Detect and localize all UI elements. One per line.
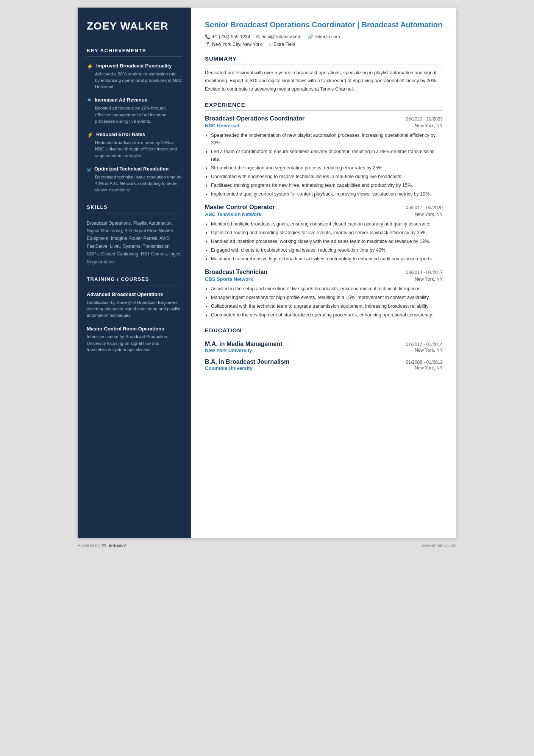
location-icon: 📍 <box>205 42 211 47</box>
achievements-list: ⚡ Improved Broadcast Punctuality Achieve… <box>87 63 182 194</box>
extra-item: ☆ Extra Field <box>268 42 295 47</box>
candidate-name: ZOEY WALKER <box>87 20 182 33</box>
bullet-item: Contributed to the development of standa… <box>211 311 443 319</box>
footer-left: Powered by ∞ Enhancv <box>78 542 126 549</box>
email-text: help@enhancv.com <box>261 34 301 39</box>
bullet-item: Optimized routing and recording strategi… <box>211 229 443 236</box>
bullet-item: Managed ingest operations for high-profi… <box>211 294 443 301</box>
email-icon: ✉ <box>256 34 260 39</box>
experience-title: EXPERIENCE <box>205 102 443 108</box>
training-list: Advanced Broadcast Operations Certificat… <box>87 291 182 353</box>
skills-text: Broadcast Operations, Playlist Automatio… <box>87 219 182 266</box>
training-desc: Intensive course by Broadcast Production… <box>87 333 182 353</box>
summary-title: SUMMARY <box>205 55 443 62</box>
training-item: Advanced Broadcast Operations Certificat… <box>87 291 182 319</box>
linkedin-item: 🔗 linkedin.com <box>308 34 340 39</box>
bullet-item: Implemented a quality control system for… <box>211 190 443 198</box>
achievement-item: ◎ Optimized Technical Resolution Decreas… <box>87 166 182 194</box>
achievements-section-title: KEY ACHIEVEMENTS <box>87 48 182 53</box>
bullet-item: Streamlined the ingestion and segmentati… <box>211 164 443 172</box>
experience-divider <box>205 110 443 111</box>
resume-container: ZOEY WALKER KEY ACHIEVEMENTS ⚡ Improved … <box>78 8 456 538</box>
exp-job-title: Master Control Operator <box>205 204 275 211</box>
achievement-desc: Achieved a 98% on-time transmission rate… <box>95 71 182 91</box>
phone-icon: 📞 <box>205 34 211 39</box>
training-title: Master Control Room Operations <box>87 326 182 332</box>
page-footer: Powered by ∞ Enhancv www.enhancv.com <box>78 538 456 553</box>
bullet-item: Collaborated with the technical team to … <box>211 302 443 310</box>
exp-dates: 08/2014 - 04/2017 <box>406 270 443 275</box>
summary-text: Dedicated professional with over 5 years… <box>205 69 443 93</box>
achievement-icon: ⚡ <box>87 132 93 138</box>
achievement-icon: ⚡ <box>87 63 93 69</box>
edu-location: New York, NY <box>415 365 443 371</box>
achievement-title: Reduced Error Rates <box>96 131 145 138</box>
exp-company: NBC Universal <box>205 123 239 128</box>
location-text: New York City, New York <box>212 42 262 47</box>
bullet-item: Maintained comprehensive logs of broadca… <box>211 255 443 263</box>
education-entry: B.A. in Broadcast Journalism 01/2008 - 0… <box>205 358 443 371</box>
edu-school: New York University <box>205 347 252 353</box>
achievement-item: ⚡ Reduced Error Rates Reduced broadcast … <box>87 131 182 159</box>
achievement-title: Optimized Technical Resolution <box>94 166 169 172</box>
job-entry: Broadcast Technician 08/2014 - 04/2017 C… <box>205 269 443 319</box>
exp-dates: 06/2020 - 10/2023 <box>406 116 443 122</box>
extra-text: Extra Field <box>273 42 295 47</box>
linkedin-icon: 🔗 <box>308 34 313 39</box>
exp-company: ABC Television Network <box>205 211 261 217</box>
bullet-item: Engaged with clients to troubleshoot sig… <box>211 246 443 254</box>
bullet-item: Facilitated training programs for new hi… <box>211 182 443 189</box>
edu-degree: B.A. in Broadcast Journalism <box>205 358 289 365</box>
contact-row-1: 📞 +1-(234)-555-1234 ✉ help@enhancv.com 🔗… <box>205 34 443 39</box>
main-content: Senior Broadcast Operations Coordinator … <box>191 8 456 538</box>
education-list: M.A. in Media Management 01/2012 - 01/20… <box>205 341 443 371</box>
training-desc: Certification by Society of Broadcast En… <box>87 299 182 319</box>
achievement-icon: ⚑ <box>87 97 92 103</box>
summary-divider <box>205 64 443 64</box>
exp-company: CBS Sports Network <box>205 276 253 282</box>
powered-by-label: Powered by <box>78 543 100 548</box>
skills-divider <box>87 213 182 213</box>
phone-text: +1-(234)-555-1234 <box>212 34 250 39</box>
achievement-title: Increased Ad Revenue <box>95 97 147 103</box>
exp-job-title: Broadcast Operations Coordinator <box>205 115 304 122</box>
bullet-item: Handled ad insertion processes, working … <box>211 238 443 245</box>
education-divider <box>205 336 443 336</box>
edu-degree: M.A. in Media Management <box>205 341 282 347</box>
jobs-list: Broadcast Operations Coordinator 06/2020… <box>205 115 443 319</box>
training-title: Advanced Broadcast Operations <box>87 291 182 298</box>
exp-location: New York, NY <box>415 277 443 282</box>
bullet-item: Coordinated with engineering to resolve … <box>211 173 443 180</box>
bullet-item: Monitored multiple broadcast signals, en… <box>211 220 443 228</box>
linkedin-text: linkedin.com <box>315 34 340 39</box>
achievement-item: ⚑ Increased Ad Revenue Boosted ad revenu… <box>87 97 182 125</box>
edu-dates: 01/2012 - 01/2014 <box>406 342 443 347</box>
exp-bullets: Monitored multiple broadcast signals, en… <box>211 220 443 263</box>
edu-school: Columbia University <box>205 365 253 371</box>
bullet-item: Led a team of coordinators to ensure sea… <box>211 148 443 163</box>
email-item: ✉ help@enhancv.com <box>256 34 301 39</box>
job-entry: Master Control Operator 05/2017 - 05/202… <box>205 204 443 263</box>
star-icon: ☆ <box>268 42 272 47</box>
bullet-item: Assisted in the setup and execution of l… <box>211 285 443 293</box>
footer-website: www.enhancv.com <box>422 543 456 548</box>
edu-location: New York, NY <box>415 347 443 353</box>
location-item: 📍 New York City, New York <box>205 42 262 47</box>
exp-dates: 05/2017 - 05/2020 <box>406 205 443 210</box>
exp-bullets: Assisted in the setup and execution of l… <box>211 285 443 319</box>
job-title: Senior Broadcast Operations Coordinator … <box>205 20 443 30</box>
exp-bullets: Spearheaded the implementation of new pl… <box>211 131 443 198</box>
achievements-divider <box>87 56 182 57</box>
sidebar: ZOEY WALKER KEY ACHIEVEMENTS ⚡ Improved … <box>78 8 191 538</box>
phone-item: 📞 +1-(234)-555-1234 <box>205 34 250 39</box>
education-entry: M.A. in Media Management 01/2012 - 01/20… <box>205 341 443 353</box>
edu-dates: 01/2008 - 01/2012 <box>406 360 443 365</box>
achievement-desc: Boosted ad revenue by 12% through effect… <box>95 105 182 125</box>
exp-job-title: Broadcast Technician <box>205 269 267 275</box>
exp-location: New York, NY <box>415 123 443 128</box>
job-entry: Broadcast Operations Coordinator 06/2020… <box>205 115 443 198</box>
skills-section-title: SKILLS <box>87 204 182 210</box>
enhancv-icon: ∞ <box>102 542 106 549</box>
achievement-title: Improved Broadcast Punctuality <box>96 63 172 69</box>
enhancv-brand: Enhancv <box>109 543 126 548</box>
